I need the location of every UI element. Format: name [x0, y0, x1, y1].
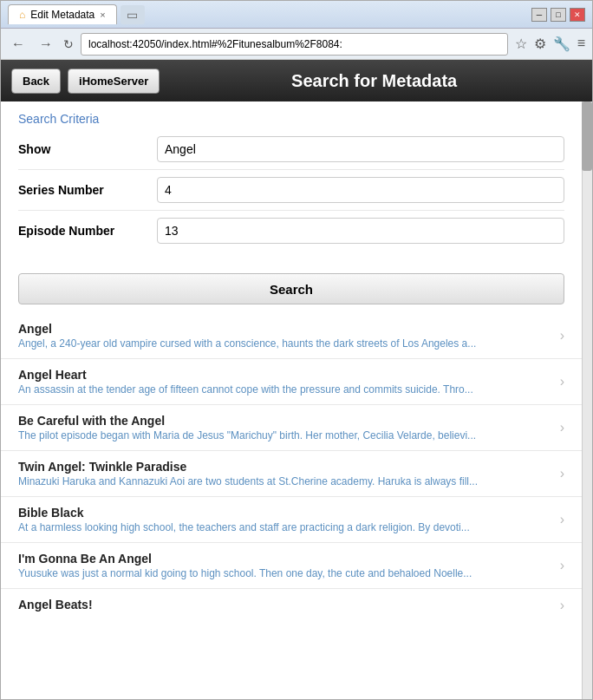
result-title: Angel Beats! — [18, 598, 553, 612]
result-item-be-careful[interactable]: Be Careful with the Angel The pilot epis… — [1, 405, 582, 451]
page-title: Search for Metadata — [166, 71, 582, 91]
tab-title: Edit Metadata — [30, 9, 94, 21]
tab-close-button[interactable]: × — [100, 10, 105, 20]
extensions-icon[interactable]: 🔧 — [553, 36, 570, 52]
result-item-angel[interactable]: Angel Angel, a 240-year old vampire curs… — [1, 313, 582, 359]
result-description: The pilot episode began with Maria de Je… — [18, 429, 553, 442]
back-nav-button[interactable]: ← — [8, 35, 29, 54]
result-content: Bible Black At a harmless looking high s… — [18, 506, 553, 533]
new-tab-button[interactable]: ▭ — [121, 5, 145, 24]
scrollbar-thumb[interactable] — [582, 101, 592, 171]
app-header: Back iHomeServer Search for Metadata — [1, 60, 592, 101]
browser-window: ⌂ Edit Metadata × ▭ ─ □ ✕ ← → ↻ ☆ ⚙ 🔧 ≡ … — [0, 0, 593, 700]
reload-button[interactable]: ↻ — [63, 37, 74, 51]
result-content: Angel Angel, a 240-year old vampire curs… — [18, 322, 553, 350]
result-content: Twin Angel: Twinkle Paradise Minazuki Ha… — [18, 460, 553, 487]
result-title: I'm Gonna Be An Angel — [18, 552, 553, 566]
result-item-gonna-be-angel[interactable]: I'm Gonna Be An Angel Yuusuke was just a… — [1, 543, 582, 589]
result-item-angel-beats[interactable]: Angel Beats! › — [1, 589, 582, 622]
new-tab-icon: ▭ — [127, 8, 138, 22]
chevron-right-icon: › — [560, 328, 564, 343]
minimize-button[interactable]: ─ — [531, 8, 547, 22]
chevron-right-icon: › — [560, 558, 564, 573]
search-criteria-title: Search Criteria — [18, 112, 564, 126]
maximize-button[interactable]: □ — [551, 8, 566, 22]
result-content: Angel Beats! — [18, 598, 553, 613]
result-description: At a harmless looking high school, the t… — [18, 521, 553, 533]
result-title: Angel Heart — [18, 368, 553, 382]
window-controls: ─ □ ✕ — [531, 8, 585, 22]
result-title: Twin Angel: Twinkle Paradise — [18, 460, 553, 474]
bookmark-icon[interactable]: ☆ — [515, 36, 527, 52]
series-number-label: Series Number — [18, 183, 157, 197]
series-number-field-row: Series Number — [18, 177, 564, 211]
search-button[interactable]: Search — [18, 273, 564, 304]
address-bar: ← → ↻ ☆ ⚙ 🔧 ≡ — [1, 29, 592, 60]
result-title: Angel — [18, 322, 553, 336]
chevron-right-icon: › — [560, 420, 564, 435]
scrollbar-track — [582, 101, 592, 699]
search-button-container: Search — [1, 265, 582, 313]
browser-toolbar-icons: ☆ ⚙ 🔧 ≡ — [515, 36, 585, 52]
result-description: Yuusuke was just a normal kid going to h… — [18, 567, 553, 579]
close-button[interactable]: ✕ — [570, 8, 585, 22]
chevron-right-icon: › — [560, 466, 564, 481]
tab-area: ⌂ Edit Metadata × ▭ — [8, 4, 531, 24]
result-item-twin-angel[interactable]: Twin Angel: Twinkle Paradise Minazuki Ha… — [1, 451, 582, 497]
show-field-row: Show — [18, 136, 564, 170]
show-label: Show — [18, 142, 157, 156]
result-content: Be Careful with the Angel The pilot epis… — [18, 414, 553, 442]
episode-number-input[interactable] — [157, 218, 564, 244]
result-title: Bible Black — [18, 506, 553, 520]
content-area: Search Criteria Show Series Number Episo… — [1, 101, 592, 699]
result-item-angel-heart[interactable]: Angel Heart An assassin at the tender ag… — [1, 359, 582, 405]
chevron-right-icon: › — [560, 512, 564, 527]
browser-tab[interactable]: ⌂ Edit Metadata × — [8, 4, 117, 24]
search-criteria-section: Search Criteria Show Series Number Episo… — [1, 101, 582, 265]
chevron-right-icon: › — [560, 598, 564, 613]
menu-icon[interactable]: ≡ — [577, 36, 585, 52]
url-bar[interactable] — [81, 33, 508, 56]
ihomeserver-button[interactable]: iHomeServer — [68, 69, 160, 94]
episode-number-field-row: Episode Number — [18, 218, 564, 251]
title-bar: ⌂ Edit Metadata × ▭ ─ □ ✕ — [1, 1, 592, 29]
episode-number-label: Episode Number — [18, 224, 157, 238]
back-button[interactable]: Back — [11, 69, 61, 94]
settings-icon[interactable]: ⚙ — [534, 36, 546, 52]
forward-nav-button[interactable]: → — [36, 35, 56, 54]
result-description: Angel, a 240-year old vampire cursed wit… — [18, 337, 553, 350]
series-number-input[interactable] — [157, 177, 564, 203]
result-description: Minazuki Haruka and Kannazuki Aoi are tw… — [18, 475, 553, 487]
result-content: Angel Heart An assassin at the tender ag… — [18, 368, 553, 396]
tab-icon: ⌂ — [19, 9, 25, 21]
result-content: I'm Gonna Be An Angel Yuusuke was just a… — [18, 552, 553, 579]
results-list: Angel Angel, a 240-year old vampire curs… — [1, 313, 582, 622]
result-item-bible-black[interactable]: Bible Black At a harmless looking high s… — [1, 497, 582, 543]
result-title: Be Careful with the Angel — [18, 414, 553, 428]
chevron-right-icon: › — [560, 374, 564, 389]
result-description: An assassin at the tender age of fifteen… — [18, 383, 553, 396]
show-input[interactable] — [157, 136, 564, 162]
